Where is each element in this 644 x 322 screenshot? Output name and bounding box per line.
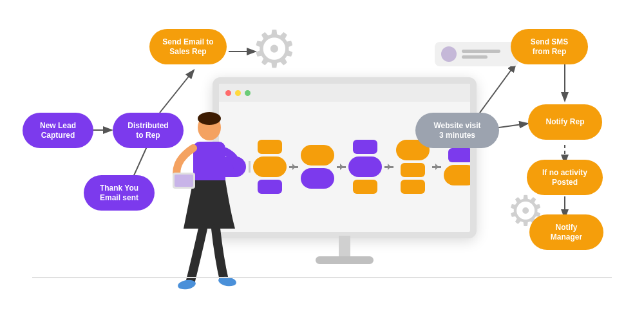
scene: ⚙ ⚙ [0, 0, 644, 322]
dot-yellow [235, 90, 241, 96]
node-thank-you: Thank You Email sent [84, 175, 155, 211]
node-notify-manager: Notify Manager [529, 214, 603, 250]
node-notify-rep: Notify Rep [528, 104, 602, 140]
node-send-email: Send Email to Sales Rep [149, 29, 227, 64]
stand-base [316, 256, 374, 264]
stand-neck [339, 236, 350, 256]
monitor-top-bar [219, 84, 470, 102]
svg-line-2 [160, 71, 193, 113]
node-send-sms: Send SMS from Rep [511, 29, 588, 64]
node-distributed: Distributed to Rep [113, 113, 184, 148]
notif-avatar [441, 46, 457, 62]
gear-top-icon: ⚙ [251, 19, 298, 79]
fc-node-3b [301, 168, 334, 189]
fc-node-4b [348, 156, 382, 177]
monitor-stand [316, 236, 374, 264]
fc-node-5b [401, 163, 425, 177]
fc-node-2b [253, 156, 287, 177]
fc-node-4a [353, 140, 377, 154]
fc-node-4c [353, 180, 377, 194]
svg-line-8 [480, 64, 515, 113]
dot-red [225, 90, 231, 96]
node-if-no-activity: If no activity Posted [527, 160, 603, 195]
fc-node-2c [258, 180, 282, 194]
node-new-lead: New Lead Captured [23, 113, 93, 148]
svg-point-10 [198, 112, 221, 125]
dot-green [245, 90, 251, 96]
fc-node-2a [258, 140, 282, 154]
monitor [213, 77, 477, 264]
notification-card [435, 42, 518, 66]
floor-line [32, 277, 612, 278]
fc-node-6a [448, 148, 473, 162]
notif-line-2 [462, 55, 488, 59]
fc-node-3a [301, 145, 334, 166]
node-website-visit: Website visit 3 minutes [415, 113, 499, 148]
fc-node-5c [401, 180, 425, 194]
notif-lines [462, 50, 500, 59]
notif-line-1 [462, 50, 500, 53]
fc-node-6b [444, 165, 477, 185]
svg-rect-13 [175, 175, 193, 187]
monitor-screen [213, 77, 477, 238]
